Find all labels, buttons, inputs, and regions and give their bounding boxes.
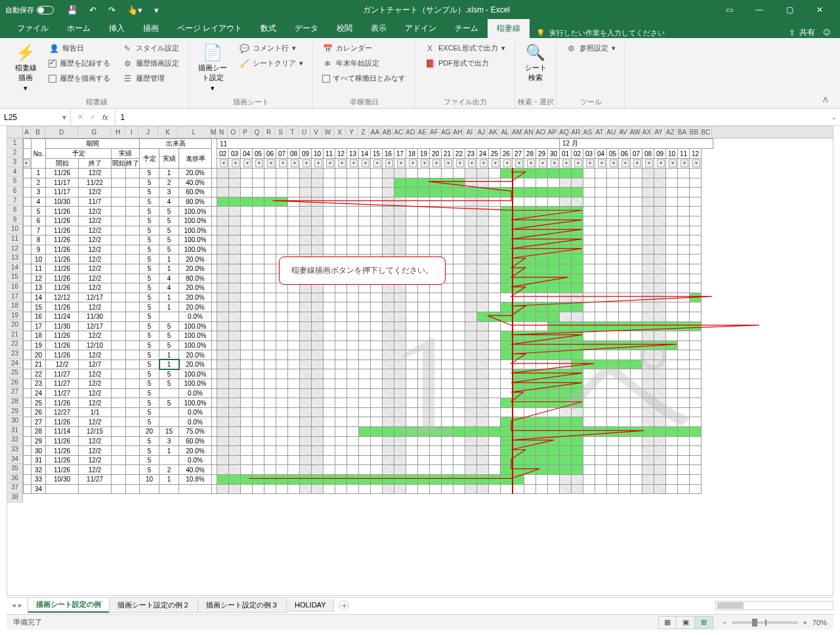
row-header[interactable]: 31 xyxy=(7,426,23,436)
tab-inazuma[interactable]: 稲妻線 xyxy=(488,19,530,38)
row-header[interactable]: 25 xyxy=(7,368,23,378)
row-header[interactable]: 21 xyxy=(7,330,23,340)
row-header[interactable]: 33 xyxy=(7,445,23,455)
calendar-button[interactable]: 📅カレンダー xyxy=(320,42,408,54)
zoom-slider[interactable] xyxy=(732,621,798,624)
sheet-search-button[interactable]: 🔍 シート 検索 xyxy=(522,41,549,99)
column-header[interactable]: AZ xyxy=(665,127,677,138)
excel-export-button[interactable]: XEXCEL形式で出力 ▾ xyxy=(422,42,508,54)
tab-layout[interactable]: ページ レイアウト xyxy=(168,19,251,38)
row-header[interactable]: 23 xyxy=(7,349,23,359)
column-header[interactable]: AQ xyxy=(558,127,570,138)
scrollbar-thumb[interactable] xyxy=(717,602,744,609)
row-header[interactable]: 5 xyxy=(7,176,23,186)
tab-insert[interactable]: 挿入 xyxy=(100,19,134,38)
row-header[interactable]: 27 xyxy=(7,387,23,397)
tab-file[interactable]: ファイル xyxy=(8,19,58,38)
row-header[interactable]: 18 xyxy=(7,301,23,311)
column-header[interactable]: AM xyxy=(511,127,523,138)
style-settings-button[interactable]: ✎スタイル設定 xyxy=(119,42,182,54)
column-header[interactable]: AU xyxy=(606,127,618,138)
column-header[interactable]: AA xyxy=(369,127,381,138)
sheet-nav-first-icon[interactable]: ◂ xyxy=(12,601,16,609)
column-header[interactable]: Z xyxy=(358,127,369,138)
column-header[interactable]: AE xyxy=(417,127,429,138)
row-header[interactable]: 32 xyxy=(7,435,23,445)
column-header[interactable]: I xyxy=(125,127,138,138)
row-header[interactable]: 38 xyxy=(7,493,23,502)
column-header[interactable]: AV xyxy=(618,127,629,138)
column-header[interactable]: AK xyxy=(488,127,499,138)
normal-view-button[interactable]: ▦ xyxy=(658,616,677,629)
row-header[interactable]: 2 xyxy=(7,148,23,158)
tell-me-box[interactable]: 💡 実行したい作業を入力してください xyxy=(536,28,665,38)
row-header[interactable]: 16 xyxy=(7,282,23,292)
column-header[interactable]: B xyxy=(31,127,45,138)
sheet-clear-button[interactable]: 🧹シートクリア ▾ xyxy=(236,57,306,70)
row-header[interactable]: 7 xyxy=(7,196,23,206)
row-header[interactable]: 36 xyxy=(7,474,23,483)
column-header[interactable]: AY xyxy=(653,127,665,138)
draw-history-checkbox[interactable]: 履歴を描画する xyxy=(46,72,113,85)
zoom-out-button[interactable]: − xyxy=(723,619,726,626)
tab-view[interactable]: 表示 xyxy=(362,19,396,38)
report-date-button[interactable]: 👤報告日 xyxy=(46,42,113,54)
column-header[interactable]: A xyxy=(23,127,31,138)
add-sheet-button[interactable]: + xyxy=(339,600,349,611)
collapse-ribbon-button[interactable]: ᐱ xyxy=(816,92,835,108)
save-icon[interactable]: 💾 xyxy=(67,5,77,15)
column-header[interactable]: U xyxy=(299,127,310,138)
column-header[interactable]: W xyxy=(322,127,334,138)
column-header[interactable]: AI xyxy=(464,127,476,138)
pdf-export-button[interactable]: 📕PDF形式で出力 xyxy=(422,57,508,70)
row-header[interactable]: 8 xyxy=(7,205,23,215)
row-header[interactable]: 20 xyxy=(7,320,23,330)
zoom-value[interactable]: 70% xyxy=(812,619,827,626)
all-working-checkbox[interactable]: すべて稼働日とみなす xyxy=(320,72,408,85)
column-header[interactable]: BA xyxy=(677,127,688,138)
column-header[interactable]: Q xyxy=(251,127,263,138)
reference-settings-button[interactable]: ⚙参照設定 ▾ xyxy=(563,42,618,54)
column-header[interactable]: AJ xyxy=(476,127,488,138)
column-header[interactable]: P xyxy=(240,127,251,138)
row-header[interactable]: 26 xyxy=(7,378,23,388)
sheet-tab-3[interactable]: 描画シート設定の例３ xyxy=(198,598,287,613)
page-break-view-button[interactable]: ⊞ xyxy=(695,616,713,629)
enter-formula-icon[interactable]: ✓ xyxy=(90,113,96,121)
column-header[interactable]: AR xyxy=(570,127,582,138)
inazuma-draw-button[interactable]: ⚡ 稲妻線 描画 ▾ xyxy=(12,41,39,99)
tab-addin[interactable]: アドイン xyxy=(396,19,446,38)
yearend-settings-button[interactable]: ❄年末年始設定 xyxy=(320,57,408,70)
sheet-tab-4[interactable]: HOLIDAY xyxy=(286,599,334,611)
fx-icon[interactable]: fx xyxy=(102,113,108,121)
tab-team[interactable]: チーム xyxy=(446,19,488,38)
column-header[interactable]: Y xyxy=(346,127,358,138)
row-header[interactable]: 19 xyxy=(7,311,23,321)
column-header[interactable]: N xyxy=(216,127,228,138)
column-header[interactable]: AO xyxy=(535,127,547,138)
autosave-toggle[interactable]: 自動保存 xyxy=(5,5,54,15)
feedback-smiley-icon[interactable]: ☺ xyxy=(822,26,832,38)
row-header[interactable]: 9 xyxy=(7,215,23,225)
row-header[interactable]: 30 xyxy=(7,416,23,426)
touch-mode-icon[interactable]: 👆▾ xyxy=(127,5,142,15)
select-all-corner[interactable] xyxy=(7,127,23,138)
row-header[interactable]: 37 xyxy=(7,483,23,493)
tab-data[interactable]: データ xyxy=(285,19,327,38)
column-header[interactable]: R xyxy=(263,127,275,138)
row-header[interactable]: 28 xyxy=(7,397,23,407)
column-header[interactable]: T xyxy=(287,127,299,138)
column-header[interactable]: AL xyxy=(499,127,511,138)
column-header[interactable]: AX xyxy=(641,127,653,138)
cancel-formula-icon[interactable]: ✕ xyxy=(77,113,83,121)
column-header[interactable]: AN xyxy=(523,127,535,138)
expand-formula-bar-button[interactable]: ⌄ xyxy=(827,113,840,121)
share-button[interactable]: ⇪ 共有 xyxy=(789,27,815,38)
close-button[interactable]: ✕ xyxy=(805,0,835,20)
column-header[interactable]: AW xyxy=(629,127,641,138)
comment-row-button[interactable]: 💬コメント行 ▾ xyxy=(236,42,306,54)
row-header[interactable]: 13 xyxy=(7,253,23,263)
column-header[interactable]: G xyxy=(78,127,111,138)
row-header[interactable]: 14 xyxy=(7,263,23,273)
column-header[interactable]: AF xyxy=(429,127,440,138)
